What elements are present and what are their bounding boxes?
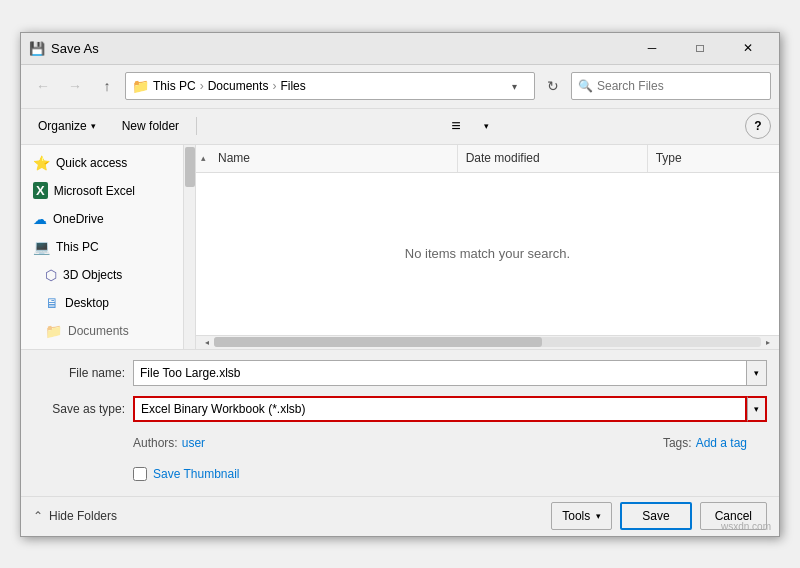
filename-row: File name: File Too Large.xlsb ▾ [33, 358, 767, 388]
maximize-button[interactable]: □ [677, 34, 723, 62]
sidebar-item-label: Desktop [65, 296, 109, 310]
thumbnail-row: Save Thumbnail [33, 460, 767, 488]
onedrive-icon: ☁ [33, 211, 47, 227]
sidebar-item-label: Microsoft Excel [54, 184, 135, 198]
hide-folders-label: Hide Folders [49, 509, 117, 523]
filename-dropdown[interactable]: ▾ [747, 360, 767, 386]
file-list-body: No items match your search. [196, 173, 779, 335]
filetype-dropdown[interactable]: ▾ [747, 396, 767, 422]
search-icon: 🔍 [578, 79, 593, 93]
sidebar-item-onedrive[interactable]: ☁ OneDrive [21, 205, 195, 233]
thumbnail-label[interactable]: Save Thumbnail [153, 467, 240, 481]
new-folder-button[interactable]: New folder [113, 113, 188, 139]
forward-button[interactable]: → [61, 72, 89, 100]
tags-value[interactable]: Add a tag [696, 436, 747, 450]
filetype-row: Save as type: Excel Binary Workbook (*.x… [33, 394, 767, 424]
organize-label: Organize [38, 119, 87, 133]
meta-row: Authors: user Tags: Add a tag [33, 430, 767, 456]
refresh-button[interactable]: ↻ [539, 72, 567, 100]
bottom-section: File name: File Too Large.xlsb ▾ Save as… [21, 349, 779, 496]
filename-input[interactable]: File Too Large.xlsb [133, 360, 747, 386]
scroll-left-arrow[interactable]: ◂ [200, 337, 214, 347]
breadcrumb-part-3: Files [280, 79, 305, 93]
save-button[interactable]: Save [620, 502, 691, 530]
sidebar-item-quick-access[interactable]: ⭐ Quick access [21, 149, 195, 177]
help-button[interactable]: ? [745, 113, 771, 139]
col-date[interactable]: Date modified [458, 145, 648, 172]
empty-message: No items match your search. [405, 246, 570, 261]
chevron-down-icon: ⌃ [33, 509, 43, 523]
authors-label: Authors: [133, 436, 178, 450]
watermark: wsxdn.com [721, 521, 771, 532]
scroll-track[interactable] [214, 337, 761, 347]
scroll-right-arrow[interactable]: ▸ [761, 337, 775, 347]
tools-button[interactable]: Tools ▾ [551, 502, 612, 530]
toolbar-separator [196, 117, 197, 135]
col-name[interactable]: Name [210, 145, 458, 172]
breadcrumb[interactable]: 📁 This PC › Documents › Files ▾ [125, 72, 535, 100]
desktop-icon: 🖥 [45, 295, 59, 311]
hide-folders-button[interactable]: ⌃ Hide Folders [33, 509, 117, 523]
sidebar-item-label: This PC [56, 240, 99, 254]
sidebar-item-this-pc[interactable]: 💻 This PC [21, 233, 195, 261]
view-button[interactable]: ≡ [442, 113, 470, 139]
sidebar-item-label: Documents [68, 324, 129, 338]
tools-label: Tools [562, 509, 590, 523]
search-box[interactable]: 🔍 [571, 72, 771, 100]
filetype-container: Excel Binary Workbook (*.xlsb) ▾ [133, 396, 767, 422]
authors-section: Authors: user [33, 436, 205, 450]
view-dropdown-button[interactable]: ▾ [472, 113, 500, 139]
sidebar-item-label: 3D Objects [63, 268, 122, 282]
save-label: Save [642, 509, 669, 523]
thumbnail-checkbox[interactable] [133, 467, 147, 481]
footer: ⌃ Hide Folders Tools ▾ Save Cancel [21, 496, 779, 536]
sidebar-item-label: Quick access [56, 156, 127, 170]
filetype-label: Save as type: [33, 402, 133, 416]
filename-container: File Too Large.xlsb ▾ [133, 360, 767, 386]
documents-icon: 📁 [45, 323, 62, 339]
file-list-header: ▴ Name Date modified Type [196, 145, 779, 173]
search-input[interactable] [597, 79, 764, 93]
3d-objects-icon: ⬡ [45, 267, 57, 283]
folder-icon: 📁 [132, 78, 149, 94]
title-bar: 💾 Save As ─ □ ✕ [21, 33, 779, 65]
minimize-button[interactable]: ─ [629, 34, 675, 62]
authors-value[interactable]: user [182, 436, 205, 450]
toolbar: Organize ▾ New folder ≡ ▾ ? [21, 109, 779, 145]
dialog-icon: 💾 [29, 40, 45, 56]
sidebar-item-3d-objects[interactable]: ⬡ 3D Objects [21, 261, 195, 289]
breadcrumb-dropdown-icon[interactable]: ▾ [512, 81, 528, 92]
pc-icon: 💻 [33, 239, 50, 255]
sidebar-item-documents[interactable]: 📁 Documents [21, 317, 195, 345]
close-button[interactable]: ✕ [725, 34, 771, 62]
col-type[interactable]: Type [648, 145, 779, 172]
sidebar: ⭐ Quick access X Microsoft Excel ☁ OneDr… [21, 145, 196, 349]
tags-section: Tags: Add a tag [663, 436, 747, 450]
filename-label: File name: [33, 366, 133, 380]
dialog-title: Save As [51, 41, 629, 56]
horizontal-scrollbar[interactable]: ◂ ▸ [196, 335, 779, 349]
sidebar-item-microsoft-excel[interactable]: X Microsoft Excel [21, 177, 195, 205]
sidebar-scroll-thumb [185, 147, 195, 187]
new-folder-label: New folder [122, 119, 179, 133]
filetype-input[interactable]: Excel Binary Workbook (*.xlsb) [133, 396, 747, 422]
excel-icon: X [33, 182, 48, 199]
scroll-thumb [214, 337, 542, 347]
sort-up-icon[interactable]: ▴ [196, 145, 210, 172]
window-controls: ─ □ ✕ [629, 34, 771, 62]
up-button[interactable]: ↑ [93, 72, 121, 100]
quick-access-icon: ⭐ [33, 155, 50, 171]
organize-dropdown-icon: ▾ [91, 121, 96, 131]
nav-bar: ← → ↑ 📁 This PC › Documents › Files ▾ ↻ … [21, 65, 779, 109]
breadcrumb-part-2: Documents [208, 79, 269, 93]
breadcrumb-sep-2: › [272, 79, 276, 93]
organize-button[interactable]: Organize ▾ [29, 113, 105, 139]
back-button[interactable]: ← [29, 72, 57, 100]
sidebar-scrollbar[interactable] [183, 145, 195, 349]
sidebar-item-label: OneDrive [53, 212, 104, 226]
breadcrumb-part-1: This PC [153, 79, 196, 93]
sidebar-item-desktop[interactable]: 🖥 Desktop [21, 289, 195, 317]
tools-dropdown-icon: ▾ [596, 511, 601, 521]
main-area: ⭐ Quick access X Microsoft Excel ☁ OneDr… [21, 145, 779, 349]
tags-label: Tags: [663, 436, 692, 450]
